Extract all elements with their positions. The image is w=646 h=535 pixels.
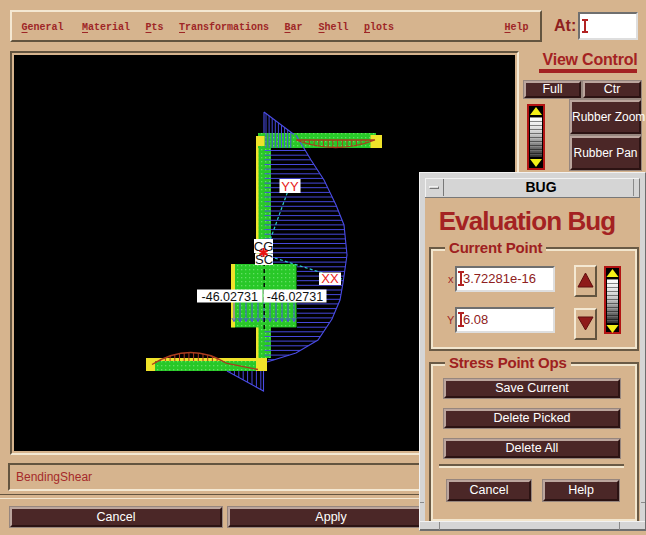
- svg-text:-46.02731: -46.02731: [202, 290, 258, 304]
- svg-text:YY: YY: [281, 179, 299, 194]
- svg-text:-46.02731: -46.02731: [267, 290, 323, 304]
- svg-text:XX: XX: [321, 271, 339, 286]
